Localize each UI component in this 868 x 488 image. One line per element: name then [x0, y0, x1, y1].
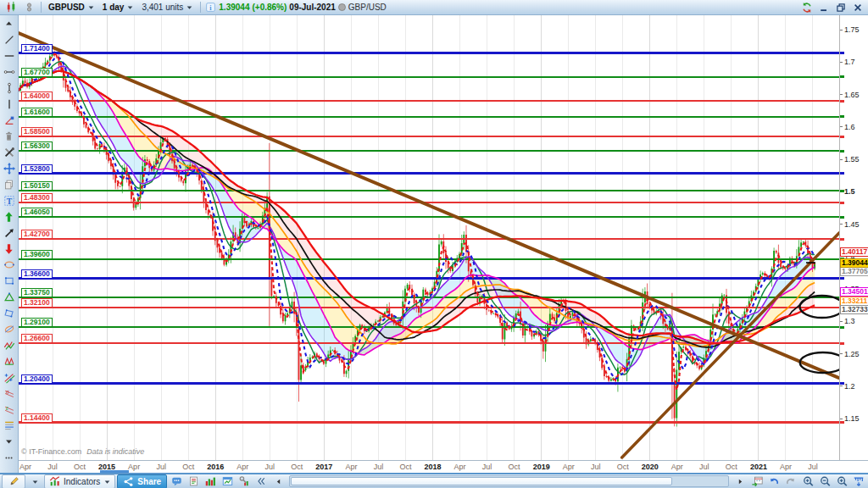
undo-tool-button[interactable] [766, 475, 782, 488]
sr-price-label[interactable]: 1.64000 [21, 92, 53, 101]
delete-tool-button[interactable] [1, 128, 18, 144]
sr-price-label[interactable]: 1.67700 [21, 68, 53, 77]
trend-line-tool-button[interactable] [1, 31, 18, 47]
sr-price-label[interactable]: 1.50150 [21, 181, 53, 191]
ellipse-tool-button[interactable] [1, 257, 18, 273]
sr-price-label[interactable]: 1.14400 [21, 413, 53, 423]
duplicate-tool-button[interactable] [1, 176, 18, 192]
rotated-ellipse-tool-button[interactable] [1, 321, 18, 337]
sr-price-label[interactable]: 1.29100 [21, 318, 53, 327]
measure-tool-button[interactable] [851, 475, 866, 488]
svg-text:T: T [6, 196, 12, 205]
restore-button[interactable] [833, 2, 848, 14]
timeframe-dropdown[interactable]: 1 day [100, 1, 137, 14]
price-axis[interactable]: 1.751.71.651.61.551.51.451.41.351.31.251… [839, 15, 868, 460]
indicator-price-label: 1.32733 [840, 305, 868, 314]
goto-date-tool-button[interactable] [749, 475, 765, 488]
symbol-dropdown[interactable]: GBPUSD [46, 1, 97, 14]
sr-price-label[interactable]: 1.26600 [21, 334, 53, 343]
zigzag-pattern-tool-button[interactable] [1, 337, 18, 353]
close-icon [853, 3, 863, 13]
units-dropdown[interactable]: 3,401 units [139, 1, 196, 14]
sr-price-label[interactable]: 1.61600 [21, 108, 53, 117]
scroll-left-button[interactable] [270, 475, 286, 488]
zoom-reset-tool-button[interactable] [800, 475, 815, 488]
vertical-segment-tool-button[interactable] [1, 80, 18, 96]
chart-options-button[interactable] [21, 1, 36, 14]
text-tool-button[interactable]: T [1, 192, 18, 208]
compare-tool-button[interactable] [203, 475, 218, 488]
minimize-button[interactable] [816, 2, 831, 14]
x-axis-tick: 2020 [642, 463, 659, 471]
share-button[interactable]: Share [117, 474, 167, 488]
more-tools-button[interactable] [1, 450, 18, 466]
info-icon[interactable]: i [205, 2, 216, 13]
duplicate-tool-icon [3, 179, 14, 191]
move-tool-button[interactable] [1, 160, 18, 176]
y-axis-tick: 1.45 [840, 220, 860, 229]
zoom-out-tool-button[interactable] [817, 475, 832, 488]
sr-price-label[interactable]: 1.32100 [21, 298, 53, 308]
caret-down-icon [126, 3, 134, 11]
collapse-up-icon [4, 19, 14, 28]
sr-price-label[interactable]: 1.56300 [21, 141, 53, 151]
candlestick-style-button[interactable] [3, 1, 19, 14]
expand-down-button[interactable] [1, 434, 18, 450]
time-axis[interactable]: AprJulOct2015AprJulOct2016AprJulOct2017A… [19, 460, 868, 473]
support-resistance-layer [19, 53, 839, 423]
trading-platform-window: GBPUSD 1 day 3,401 units i 1.39044 (+0.8… [0, 0, 868, 488]
triangle-tool-button[interactable] [1, 289, 18, 305]
angle-tool-button[interactable] [1, 112, 18, 128]
redo-tool-button[interactable] [783, 475, 798, 488]
rectangle-tool-button[interactable] [1, 273, 18, 289]
sr-price-label[interactable]: 1.46050 [21, 208, 53, 217]
sr-price-label[interactable]: 1.20400 [21, 374, 53, 384]
draw-tool-button[interactable] [2, 474, 25, 488]
vertical-segment-tool-icon [3, 82, 15, 94]
zoom-in-tool-button[interactable] [834, 475, 849, 488]
vertical-line-tool-button[interactable] [1, 96, 18, 112]
horizontal-segment-tool-button[interactable] [1, 64, 18, 80]
sr-price-label[interactable]: 1.36600 [21, 269, 53, 279]
horizontal-line-tool-button[interactable] [1, 47, 18, 64]
top-toolbar: GBPUSD 1 day 3,401 units i 1.39044 (+0.8… [0, 0, 868, 15]
scroll-right-button[interactable] [732, 475, 748, 488]
arrow-down-tool-button[interactable] [1, 241, 18, 257]
report-tool-icon [188, 475, 199, 487]
settings-tool-button[interactable] [1, 144, 18, 160]
channel-tool-button[interactable] [1, 369, 18, 385]
sigma-channel-tool-button[interactable]: σ [1, 385, 18, 402]
chart-scrollbar[interactable] [289, 475, 729, 487]
report-tool-button[interactable] [186, 475, 201, 488]
sr-price-label[interactable]: 1.71400 [21, 44, 53, 53]
chart-canvas[interactable] [19, 15, 839, 460]
collapse-up-button[interactable] [1, 15, 18, 31]
draw-tool-caret[interactable] [27, 475, 42, 488]
price-chart[interactable]: 1.714001.677001.640001.616001.585001.563… [19, 15, 839, 460]
fibonacci-tool-button[interactable] [1, 418, 18, 434]
collapse-left-button[interactable] [253, 475, 269, 488]
close-button[interactable] [850, 2, 865, 14]
refresh-button[interactable] [799, 2, 814, 14]
quadrilateral-tool-button[interactable] [1, 305, 18, 321]
popout-chart-tool-button[interactable] [220, 475, 235, 488]
chart-config-tool-button[interactable] [236, 475, 252, 488]
arrow-up-tool-button[interactable] [1, 208, 18, 225]
sr-price-label[interactable]: 1.42700 [21, 230, 53, 239]
sr-price-label[interactable]: 1.48300 [21, 193, 53, 202]
arrow-diagonal-tool-button[interactable] [1, 225, 18, 241]
refresh-icon [801, 2, 813, 14]
x-axis-tick: Apr [345, 463, 357, 471]
scrollbar-thumb[interactable] [291, 477, 672, 485]
sr-price-label[interactable]: 1.39600 [21, 250, 53, 259]
sr-level-axis-mark [840, 52, 844, 54]
indicators-button[interactable]: Indicators [44, 474, 115, 488]
chat-tool-button[interactable] [169, 475, 184, 488]
triangle-pattern-tool-button[interactable] [1, 353, 18, 369]
sr-price-label[interactable]: 1.52800 [21, 164, 53, 174]
sr-price-label[interactable]: 1.58500 [21, 127, 53, 136]
zoom-out-tool-icon [819, 475, 832, 487]
sr-price-label[interactable]: 1.33750 [21, 288, 53, 297]
epsilon-channel-tool-button[interactable]: ε [1, 402, 18, 418]
y-axis-tick: 1.75 [840, 25, 860, 34]
